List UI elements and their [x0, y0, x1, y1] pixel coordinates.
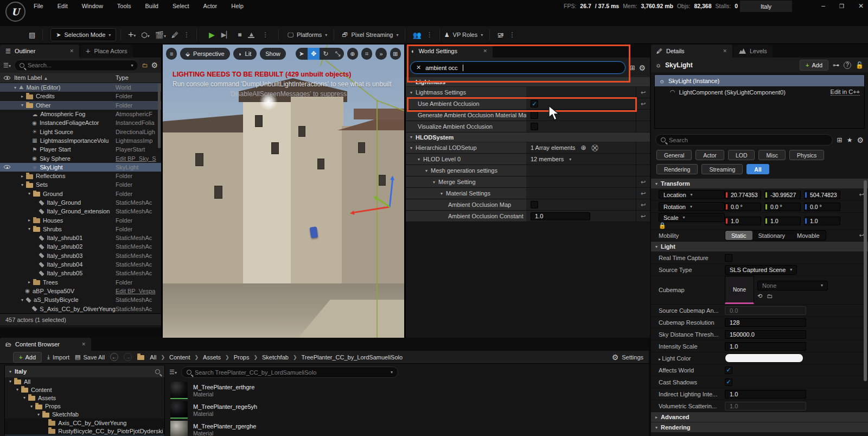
chevron-down-icon[interactable]: ▾ [569, 157, 571, 162]
light-color-swatch[interactable] [725, 353, 803, 363]
filter-chip-general[interactable]: General [656, 150, 692, 160]
use-selected-icon[interactable]: ⟲ [757, 293, 762, 300]
scale-z-field[interactable]: 1.0 [804, 217, 840, 225]
menu-tools[interactable]: Tools [117, 3, 131, 9]
add-element-icon[interactable]: ⊕ [581, 144, 586, 151]
back-icon[interactable]: ← [110, 353, 118, 361]
close-icon[interactable]: ✕ [723, 48, 727, 54]
filter-chip-misc[interactable]: Misc [758, 150, 786, 160]
revert-icon[interactable]: ↩ [641, 89, 646, 96]
tab-details[interactable]: 🖉 Details ✕ [651, 45, 732, 58]
expand-arrow-icon[interactable]: ▾ [655, 425, 658, 430]
column-item-label[interactable]: Item Label ▲ [14, 74, 116, 81]
menu-edit[interactable]: Edit [58, 3, 68, 9]
tree-item-props[interactable]: ▾Props [5, 402, 164, 410]
eject-button[interactable]: ▲ [248, 32, 254, 38]
lock-icon[interactable]: 🔓 [856, 61, 864, 69]
item-type[interactable]: Edit BP_Vespa [116, 288, 161, 294]
checkbox-unchecked[interactable] [725, 254, 732, 262]
display-options-icon[interactable]: ⊞ [629, 64, 635, 72]
expand-arrow-icon[interactable]: ▾ [410, 90, 412, 95]
outliner-row[interactable]: ▾GroundFolder [0, 189, 161, 198]
menu-help[interactable]: Help [231, 3, 244, 9]
play-options-icon[interactable]: ⋮ [260, 31, 271, 39]
forward-icon[interactable]: → [124, 353, 132, 361]
filter-icon[interactable]: ☰▾ [3, 62, 11, 69]
revert-icon[interactable]: ↩ [641, 213, 646, 220]
outliner-row[interactable]: ▸ReflectionsFolder [0, 172, 161, 180]
tree-item-all[interactable]: ▾All [5, 377, 164, 386]
cb-filter-icon[interactable]: ☰▾ [169, 369, 177, 376]
menu-select[interactable]: Select [173, 3, 189, 9]
outliner-row[interactable]: ◉Sky SphereEdit BP_Sky_S [0, 154, 161, 162]
outliner-row[interactable]: ▾⛰Main (Editor)World [0, 83, 161, 92]
tree-item-axis_cc_by_oliveryeung[interactable]: Axis_CC_by_OliverYeung [5, 419, 164, 427]
value-input[interactable]: 1.0 [725, 390, 806, 399]
filter-chip-rendering[interactable]: Rendering [656, 164, 698, 174]
mobility-option-stationary[interactable]: Stationary [752, 231, 792, 240]
ws-row-hierarchical-lodsetup[interactable]: ▾Hierarchical LODSetup1 Array elements⊕⛒ [406, 142, 650, 154]
outliner-row[interactable]: Italy_shrub04StaticMeshAc [0, 260, 161, 269]
multi-user-icon[interactable]: 👥 [410, 31, 424, 39]
outliner-row[interactable]: ☁Atmospheric FogAtmosphericF [0, 110, 161, 118]
column-type[interactable]: Type [116, 74, 161, 81]
asset-item[interactable]: M_TreePlanter_rgergheMaterial [168, 420, 649, 436]
section-lightmass[interactable]: ▾Lightmass [406, 77, 650, 87]
filter-chip-lod[interactable]: LOD [728, 150, 755, 160]
location-dropdown[interactable]: Location▾ [659, 190, 725, 199]
filter-chip-all[interactable]: All [746, 164, 769, 174]
expand-arrow-icon[interactable]: ▾ [418, 157, 420, 162]
filter-chip-actor[interactable]: Actor [695, 150, 724, 160]
rotation-x-field[interactable]: 0.0 ° [725, 203, 761, 211]
save-all-button[interactable]: ▤Save All [75, 353, 105, 361]
rotation-y-field[interactable]: 0.0 ° [764, 203, 801, 211]
outliner-row[interactable]: ▦LightmassImportanceVoluLightmassImp [0, 136, 161, 145]
expand-arrow-icon[interactable]: ▾ [9, 379, 11, 384]
checkbox-unchecked[interactable] [531, 111, 538, 119]
details-search-input[interactable]: Search [655, 134, 833, 146]
ws-row-lightmass-settings[interactable]: ▾Lightmass Settings↩ [406, 87, 650, 98]
scale-x-field[interactable]: 1.0 [725, 217, 761, 225]
menu-actor[interactable]: Actor [203, 3, 218, 9]
expand-arrow-icon[interactable]: ▾ [410, 79, 412, 84]
outliner-row[interactable]: Italy_shrub05StaticMeshAc [0, 269, 161, 277]
revert-icon[interactable]: ↩ [641, 179, 646, 186]
expand-arrow-icon[interactable]: ▾ [30, 404, 33, 409]
close-icon[interactable]: ✕ [483, 48, 487, 54]
stop-button[interactable]: ■ [238, 31, 241, 39]
asset-item[interactable]: M_TreePlanter_rege5yhMaterial [168, 400, 649, 420]
outliner-row[interactable]: Italy_GroundStaticMeshAc [0, 198, 161, 207]
viewport[interactable]: ≡ ⬙ Perspective ◗ Lit Show ➤ ✥ ↻ ⤡ ⊕ ⌗ »… [163, 45, 404, 338]
rotate-tool[interactable]: ↻ [320, 48, 331, 60]
expand-arrow-icon[interactable]: ▾ [425, 168, 427, 173]
close-icon[interactable]: ✕ [69, 48, 74, 54]
outliner-row[interactable]: ▾aS_RustyBicycleStaticMeshAc [0, 295, 161, 304]
outliner-search-input[interactable]: Search... ▾ [14, 60, 139, 71]
new-folder-icon[interactable]: 🗀 [142, 62, 148, 68]
checkbox-unchecked[interactable] [531, 201, 538, 208]
maximize-viewport-icon[interactable]: ⊞ [390, 48, 401, 60]
expand-arrow-icon[interactable]: ▾ [410, 146, 412, 150]
collapse-icon[interactable]: ▾ [9, 369, 11, 374]
outliner-row[interactable]: ◉aBP_Vespa50VEdit BP_Vespa [0, 287, 161, 295]
expand-arrow-icon[interactable]: ▸ [655, 415, 658, 420]
world-settings-search-input[interactable]: ✕ ambient occ [410, 61, 626, 74]
visibility-column-icon[interactable] [4, 76, 10, 80]
ws-row-material-settings[interactable]: ▾Material Settings↩ [406, 188, 650, 199]
value-input[interactable]: 1.0 [531, 212, 590, 220]
search-icon[interactable] [155, 369, 160, 374]
vp-roles-dropdown[interactable]: ♟ VP Roles ▾ [444, 31, 483, 39]
revert-icon[interactable]: ↩ [641, 100, 646, 108]
play-from-here-button[interactable]: ▶▏ [221, 31, 231, 39]
perspective-dropdown[interactable]: ⬙ Perspective [180, 48, 229, 60]
minimize-button[interactable]: – [821, 2, 825, 10]
value-input[interactable]: 150000.0 [725, 330, 806, 339]
expand-arrow-icon[interactable]: ▾ [410, 135, 412, 140]
outliner-row[interactable]: Italy_shrub03StaticMeshAc [0, 251, 161, 260]
visibility-cell[interactable] [0, 165, 14, 169]
tab-levels[interactable]: Levels [733, 45, 773, 58]
ws-row-visualize-ambient-occlusion[interactable]: Visualize Ambient Occlusion [406, 121, 650, 132]
outliner-settings-icon[interactable]: ⚙ [151, 61, 158, 69]
rotation-dropdown[interactable]: Rotation▾ [659, 202, 725, 211]
section-transform[interactable]: ▾Transform [651, 179, 868, 189]
